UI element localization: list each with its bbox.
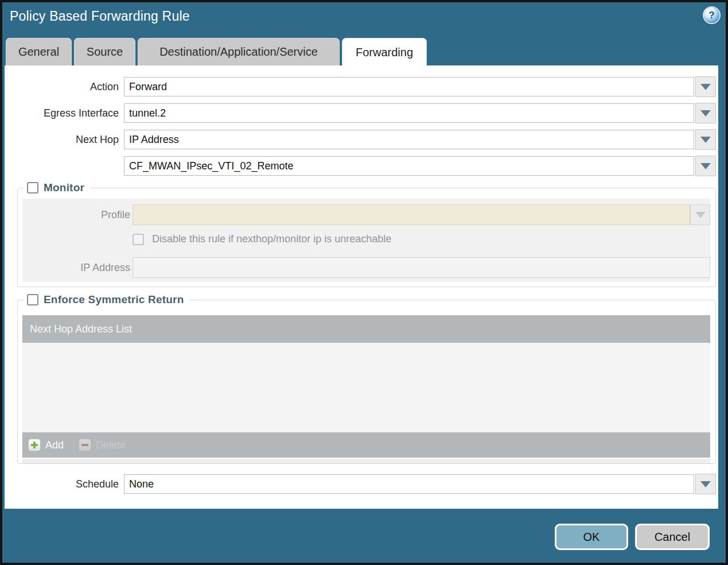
cancel-button-label: Cancel	[655, 531, 690, 544]
monitor-ip-address-input	[133, 257, 710, 278]
enforce-symmetric-return-section: Enforce Symmetric Return Next Hop Addres…	[17, 300, 716, 464]
profile-dropdown-button	[690, 204, 710, 225]
next-hop-type-dropdown-button[interactable]	[695, 129, 716, 150]
monitor-ip-address-label: IP Address	[22, 257, 130, 278]
dropdown-arrow-icon	[700, 110, 711, 117]
next-hop-address-dropdown-button[interactable]	[695, 156, 716, 176]
action-label: Action	[5, 77, 119, 96]
dropdown-arrow-icon	[700, 481, 711, 487]
delete-button: Delete	[79, 439, 126, 451]
dropdown-arrow-icon	[700, 84, 711, 90]
next-hop-address-list-header: Next Hop Address List	[22, 315, 710, 343]
egress-interface-dropdown-button[interactable]	[695, 103, 716, 123]
tab-general[interactable]: General	[6, 38, 72, 65]
egress-interface-select[interactable]: tunnel.2	[124, 103, 694, 123]
next-hop-address-select[interactable]: CF_MWAN_IPsec_VTI_02_Remote	[124, 156, 694, 176]
dropdown-arrow-icon	[700, 137, 711, 143]
next-hop-type-select[interactable]: IP Address	[124, 130, 694, 149]
profile-select	[133, 204, 690, 225]
next-hop-label: Next Hop	[5, 130, 119, 149]
add-plus-icon	[28, 439, 41, 451]
next-hop-address-select-value: CF_MWAN_IPsec_VTI_02_Remote	[129, 160, 293, 172]
schedule-label: Schedule	[5, 474, 119, 494]
tab-destination-application-service[interactable]: Destination/Application/Service	[138, 38, 340, 65]
delete-minus-icon	[79, 439, 91, 451]
next-hop-address-list-toolbar: Add Delete	[22, 432, 710, 458]
dropdown-arrow-icon	[700, 163, 711, 169]
monitor-legend: Monitor	[24, 180, 90, 195]
next-hop-type-select-value: IP Address	[129, 134, 179, 145]
action-select-value: Forward	[129, 81, 167, 92]
enforce-symmetric-return-checkbox[interactable]	[27, 294, 38, 305]
tab-source[interactable]: Source	[74, 38, 135, 65]
schedule-select[interactable]: None	[124, 474, 694, 494]
monitor-section: Monitor Profile Disable this rule if nex…	[17, 188, 716, 287]
monitor-legend-label: Monitor	[44, 181, 84, 194]
disable-rule-label: Disable this rule if nexthop/monitor ip …	[152, 233, 391, 245]
next-hop-address-list-table: Next Hop Address List Add Delete	[22, 315, 710, 463]
cancel-button[interactable]: Cancel	[635, 524, 710, 550]
table-bottom-strip	[22, 459, 710, 463]
egress-interface-select-value: tunnel.2	[129, 107, 166, 119]
egress-interface-label: Egress Interface	[5, 103, 119, 123]
enforce-symmetric-return-legend-label: Enforce Symmetric Return	[44, 293, 184, 306]
enforce-symmetric-return-legend: Enforce Symmetric Return	[24, 292, 189, 307]
add-button-label: Add	[45, 439, 64, 451]
add-button[interactable]: Add	[28, 439, 64, 451]
help-icon[interactable]: ?	[704, 7, 719, 23]
action-select[interactable]: Forward	[124, 77, 694, 96]
forwarding-tab-panel: Action Forward Egress Interface tunnel.2…	[5, 65, 718, 509]
monitor-panel: Profile Disable this rule if nexthop/mon…	[22, 199, 710, 282]
tab-bar: General Source Destination/Application/S…	[6, 38, 427, 65]
profile-label: Profile	[22, 204, 130, 225]
dialog-title: Policy Based Forwarding Rule	[10, 9, 190, 24]
policy-based-forwarding-dialog: Policy Based Forwarding Rule ? General S…	[0, 0, 728, 565]
delete-button-label: Delete	[96, 439, 126, 451]
ok-button[interactable]: OK	[555, 524, 628, 550]
schedule-select-value: None	[129, 478, 154, 490]
action-dropdown-button[interactable]	[695, 76, 716, 97]
schedule-dropdown-button[interactable]	[695, 474, 716, 494]
dropdown-arrow-icon	[695, 212, 706, 218]
monitor-checkbox[interactable]	[27, 182, 38, 194]
ok-button-label: OK	[583, 531, 600, 544]
tab-forwarding[interactable]: Forwarding	[342, 38, 427, 67]
disable-rule-checkbox	[133, 234, 144, 245]
next-hop-address-list-body[interactable]	[22, 343, 710, 432]
